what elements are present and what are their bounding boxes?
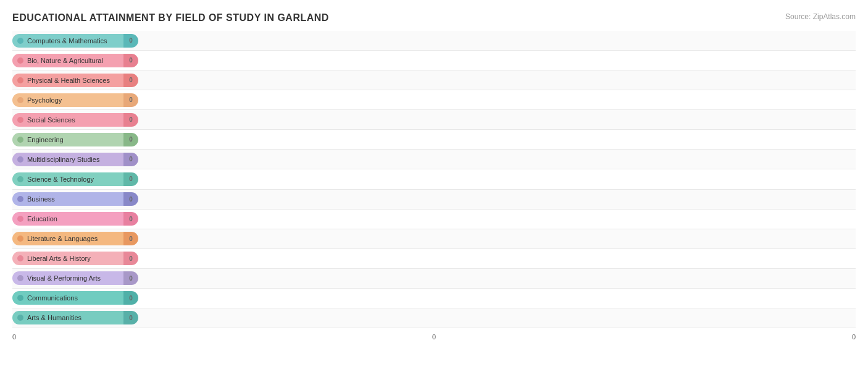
bar-value: 0 (123, 311, 138, 324)
bar-row: Science & Technology0 (12, 169, 856, 189)
bar-dot (17, 216, 23, 222)
bar-dot (17, 196, 23, 202)
bar-value: 0 (123, 34, 138, 48)
bar-fill: Science & Technology (12, 172, 123, 186)
bars-section: Computers & Mathematics0Bio, Nature & Ag… (12, 31, 856, 341)
bar-dot (17, 77, 23, 83)
x-axis-label-3: 0 (852, 333, 856, 341)
bar-fill: Business (12, 192, 123, 206)
bar-row: Multidisciplinary Studies0 (12, 150, 856, 169)
bar-pill: Literature & Languages0 (12, 232, 138, 245)
bar-dot (17, 38, 23, 44)
bar-row: Communications0 (12, 289, 856, 308)
bar-fill: Bio, Nature & Agricultural (12, 54, 123, 67)
bar-fill: Liberal Arts & History (12, 252, 123, 265)
bar-row: Arts & Humanities0 (12, 308, 856, 328)
bar-value: 0 (123, 192, 138, 206)
bar-value: 0 (123, 54, 138, 67)
bar-row: Psychology0 (12, 90, 856, 110)
bar-pill: Physical & Health Sciences0 (12, 74, 138, 87)
bar-value: 0 (123, 252, 138, 265)
bar-row: Business0 (12, 190, 856, 210)
bar-fill: Literature & Languages (12, 232, 123, 245)
bar-pill: Arts & Humanities0 (12, 311, 138, 324)
bar-value: 0 (123, 271, 138, 285)
bar-pill: Bio, Nature & Agricultural0 (12, 54, 138, 67)
bar-row: Liberal Arts & History0 (12, 249, 856, 269)
bar-value: 0 (123, 153, 138, 166)
bar-pill: Liberal Arts & History0 (12, 252, 138, 265)
bar-row: Computers & Mathematics0 (12, 31, 856, 51)
bar-dot (17, 315, 23, 321)
bar-row: Education0 (12, 210, 856, 229)
bar-rows: Computers & Mathematics0Bio, Nature & Ag… (12, 31, 856, 328)
bar-row: Literature & Languages0 (12, 229, 856, 249)
bar-fill: Computers & Mathematics (12, 34, 123, 48)
bar-fill: Multidisciplinary Studies (12, 153, 123, 166)
chart-area: Computers & Mathematics0Bio, Nature & Ag… (12, 31, 856, 341)
bar-row: Physical & Health Sciences0 (12, 70, 856, 90)
bar-dot (17, 97, 23, 103)
x-axis: 0 0 0 (12, 328, 856, 341)
bar-row: Engineering0 (12, 130, 856, 150)
bar-pill: Multidisciplinary Studies0 (12, 153, 138, 166)
bar-value: 0 (123, 291, 138, 305)
bar-dot (17, 235, 23, 242)
bar-dot (17, 117, 23, 123)
bar-fill: Visual & Performing Arts (12, 271, 123, 285)
bar-pill: Business0 (12, 192, 138, 206)
bar-dot (17, 137, 23, 143)
bar-pill: Computers & Mathematics0 (12, 34, 138, 48)
bar-row: Bio, Nature & Agricultural0 (12, 51, 856, 70)
x-axis-label-2: 0 (432, 333, 436, 341)
bar-pill: Science & Technology0 (12, 172, 138, 186)
bar-row: Visual & Performing Arts0 (12, 269, 856, 289)
x-axis-label-1: 0 (12, 333, 16, 341)
bar-dot (17, 295, 23, 301)
bar-fill: Communications (12, 291, 123, 305)
bar-dot (17, 176, 23, 182)
bar-dot (17, 275, 23, 281)
bar-dot (17, 57, 23, 64)
bar-fill: Education (12, 212, 123, 226)
bar-value: 0 (123, 93, 138, 107)
bar-row: Social Sciences0 (12, 110, 856, 130)
bar-value: 0 (123, 74, 138, 87)
bar-value: 0 (123, 113, 138, 127)
bar-fill: Psychology (12, 93, 123, 107)
bar-value: 0 (123, 172, 138, 186)
chart-container: EDUCATIONAL ATTAINMENT BY FIELD OF STUDY… (0, 0, 868, 390)
bar-dot (17, 156, 23, 163)
bar-pill: Psychology0 (12, 93, 138, 107)
bar-pill: Engineering0 (12, 133, 138, 146)
source-label: Source: ZipAtlas.com (785, 12, 856, 21)
bar-value: 0 (123, 212, 138, 226)
bar-pill: Communications0 (12, 291, 138, 305)
bar-value: 0 (123, 232, 138, 245)
bar-value: 0 (123, 133, 138, 146)
bar-pill: Social Sciences0 (12, 113, 138, 127)
bar-fill: Physical & Health Sciences (12, 74, 123, 87)
bar-pill: Education0 (12, 212, 138, 226)
bar-fill: Engineering (12, 133, 123, 146)
chart-title: EDUCATIONAL ATTAINMENT BY FIELD OF STUDY… (12, 12, 856, 23)
bar-fill: Social Sciences (12, 113, 123, 127)
bar-dot (17, 255, 23, 261)
bar-fill: Arts & Humanities (12, 311, 123, 324)
bar-pill: Visual & Performing Arts0 (12, 271, 138, 285)
